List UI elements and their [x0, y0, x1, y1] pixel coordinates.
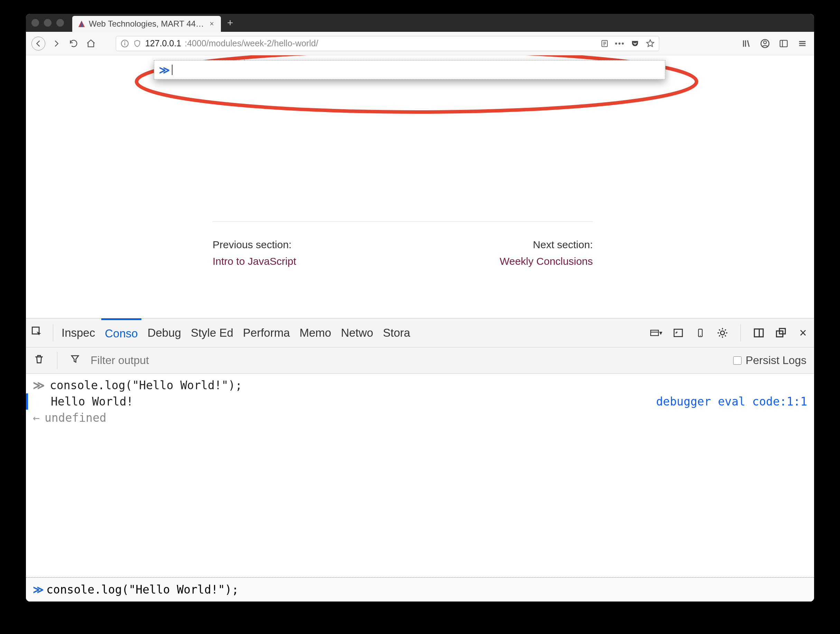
console-log-text: Hello World! — [51, 395, 133, 408]
page-content: ≫ Previous section: Intro to JavaScript … — [26, 55, 814, 318]
maximize-window-button[interactable] — [56, 19, 64, 27]
console-toolbar: Persist Logs — [26, 348, 814, 374]
persist-logs-toggle[interactable]: Persist Logs — [733, 354, 807, 367]
menu-button[interactable] — [796, 37, 808, 50]
tab-title: Web Technologies, MART 441 | — [89, 19, 205, 29]
svg-point-27 — [720, 331, 724, 335]
console-return-text: undefined — [44, 411, 106, 425]
sidebar-icon[interactable] — [777, 37, 790, 50]
browser-window: Web Technologies, MART 441 | × + 127.0.0… — [26, 14, 814, 601]
devtools-tab-storage[interactable]: Stora — [379, 318, 414, 348]
devtools-tab-inspector[interactable]: Inspec — [58, 318, 98, 348]
info-icon[interactable] — [120, 39, 129, 48]
reader-mode-icon[interactable] — [600, 39, 609, 48]
home-button[interactable] — [85, 37, 97, 50]
devtools-tabbar: Inspec Conso Debug Style Ed Performa Mem… — [26, 318, 814, 348]
text-cursor — [172, 65, 172, 75]
navbar: 127.0.0.1:4000/modules/week-2/hello-worl… — [26, 32, 814, 55]
console-command-line: ≫ console.log("Hello World!"); — [33, 377, 807, 394]
prev-label: Previous section: — [213, 239, 296, 251]
titlebar: Web Technologies, MART 441 | × + — [26, 14, 814, 32]
close-devtools-button[interactable]: × — [797, 327, 809, 339]
back-button[interactable] — [32, 36, 45, 51]
devtools-panel: Inspec Conso Debug Style Ed Performa Mem… — [26, 318, 814, 601]
devtools-tab-console[interactable]: Conso — [101, 318, 141, 348]
svg-rect-22 — [651, 330, 658, 336]
page-actions-icon[interactable]: ••• — [615, 39, 624, 48]
console-source-link[interactable]: debugger eval code:1:1 — [656, 395, 807, 408]
address-bar[interactable]: 127.0.0.1:4000/modules/week-2/hello-worl… — [116, 36, 659, 51]
devtools-tab-debugger[interactable]: Debug — [144, 318, 185, 348]
svg-line-11 — [748, 40, 750, 47]
responsive-mode-icon[interactable] — [672, 327, 684, 339]
console-log-line: Hello World! debugger eval code:1:1 — [26, 394, 807, 409]
forward-button[interactable] — [50, 37, 63, 50]
console-input-text: console.log("Hello World!"); — [46, 583, 238, 596]
separator — [741, 324, 741, 342]
persist-logs-checkbox[interactable] — [733, 356, 742, 365]
devtools-tab-memory[interactable]: Memo — [296, 318, 335, 348]
browser-tab[interactable]: Web Technologies, MART 441 | × — [72, 16, 221, 32]
persist-logs-label: Persist Logs — [745, 354, 807, 367]
tab-favicon-icon — [78, 20, 85, 28]
separator — [57, 352, 57, 369]
prev-section: Previous section: Intro to JavaScript — [213, 239, 296, 267]
prompt-chevrons-icon: ≫ — [33, 583, 44, 596]
close-window-button[interactable] — [32, 19, 39, 27]
url-host: 127.0.0.1 — [145, 38, 181, 48]
prompt-icon: ≫ — [33, 378, 45, 392]
new-tab-button[interactable]: + — [227, 17, 233, 29]
iframe-picker-icon[interactable]: ▾ — [650, 327, 662, 339]
svg-point-4 — [125, 41, 125, 42]
dock-side-icon[interactable] — [753, 327, 765, 339]
element-picker-icon[interactable] — [31, 326, 43, 340]
page-console-input[interactable]: ≫ — [154, 60, 665, 79]
devtools-tab-style-editor[interactable]: Style Ed — [187, 318, 237, 348]
tab-close-button[interactable]: × — [208, 19, 215, 28]
console-command-text: console.log("Hello World!"); — [50, 378, 242, 392]
next-section: Next section: Weekly Conclusions — [499, 239, 593, 267]
prompt-chevrons-icon: ≫ — [159, 64, 170, 76]
separator — [53, 324, 53, 342]
svg-rect-24 — [674, 329, 682, 336]
device-icon[interactable] — [694, 327, 707, 339]
address-right-icons: ••• — [600, 39, 655, 48]
next-link[interactable]: Weekly Conclusions — [499, 256, 593, 267]
bookmark-star-icon[interactable] — [646, 39, 655, 48]
reload-button[interactable] — [68, 37, 80, 50]
next-label: Next section: — [499, 239, 593, 251]
console-input-row[interactable]: ≫ console.log("Hello World!"); — [26, 577, 814, 601]
settings-gear-icon[interactable] — [716, 327, 729, 339]
toolbar-right — [740, 37, 808, 50]
clear-console-icon[interactable] — [33, 354, 44, 367]
svg-point-26 — [700, 335, 701, 336]
return-arrow-icon: ← — [33, 411, 40, 425]
library-icon[interactable] — [740, 37, 753, 50]
shield-icon[interactable] — [133, 39, 142, 48]
console-output: ≫ console.log("Hello World!"); Hello Wor… — [26, 374, 814, 577]
traffic-lights — [32, 19, 64, 27]
devtools-tab-network[interactable]: Netwo — [337, 318, 377, 348]
minimize-window-button[interactable] — [44, 19, 52, 27]
console-return-line: ← undefined — [33, 409, 807, 426]
svg-point-13 — [764, 41, 766, 44]
pocket-icon[interactable] — [630, 39, 639, 48]
devtools-right-controls: ▾ × — [650, 324, 809, 342]
prev-link[interactable]: Intro to JavaScript — [213, 256, 296, 267]
console-filter-input[interactable] — [90, 354, 723, 367]
account-icon[interactable] — [759, 37, 771, 50]
page-section-nav: Previous section: Intro to JavaScript Ne… — [213, 221, 593, 267]
svg-rect-14 — [780, 40, 788, 47]
popout-window-icon[interactable] — [775, 327, 787, 339]
url-path: :4000/modules/week-2/hello-world/ — [185, 38, 318, 48]
filter-funnel-icon[interactable] — [70, 354, 80, 367]
devtools-tab-performance[interactable]: Performa — [240, 318, 294, 348]
